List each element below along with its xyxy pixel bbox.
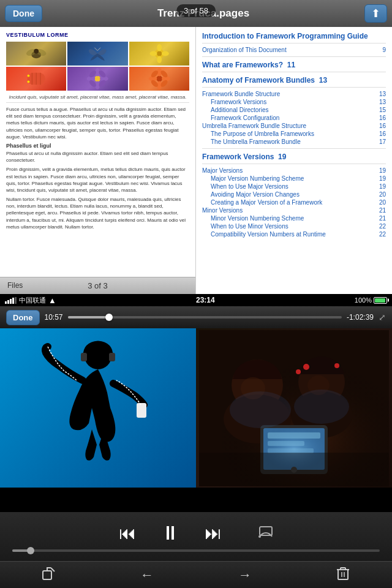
share-button[interactable]: ⬆ bbox=[364, 4, 387, 23]
time-display: 23:14 bbox=[196, 296, 215, 304]
signal-bars bbox=[5, 297, 17, 304]
svg-rect-65 bbox=[338, 570, 348, 579]
toc-item-framework-versions[interactable]: Framework Versions13 bbox=[202, 98, 386, 106]
toc-heading-1: Introduction to Framework Programming Gu… bbox=[202, 32, 386, 40]
toc-divider-2 bbox=[202, 56, 386, 57]
toc-item-major-versions[interactable]: Major Versions19 bbox=[202, 167, 386, 175]
delete-button[interactable] bbox=[326, 562, 360, 588]
doc-subheading: Phasellus et ligul bbox=[6, 143, 189, 149]
toc-divider-5 bbox=[202, 148, 386, 149]
status-bar: 中国联通 ▲ 23:14 100% bbox=[0, 294, 392, 306]
player-progress-thumb bbox=[27, 547, 34, 554]
svg-rect-39 bbox=[137, 403, 146, 418]
toc-item-organization[interactable]: Organization of This Document 9 bbox=[202, 46, 386, 54]
svg-point-58 bbox=[230, 391, 291, 428]
media-progress-bar[interactable] bbox=[68, 316, 342, 318]
toc-item-when-minor[interactable]: When to Use Minor Versions22 bbox=[202, 222, 386, 230]
svg-point-18 bbox=[95, 76, 101, 82]
svg-point-9 bbox=[157, 56, 162, 63]
toc-heading-4: Framework Versions 19 bbox=[202, 153, 386, 161]
toc-item-label: When to Use Minor Versions bbox=[211, 223, 288, 230]
battery-icon bbox=[374, 297, 387, 304]
svg-rect-38 bbox=[109, 353, 115, 361]
doc-body-4: Nullam tortor. Fusce malesuada. Quisque … bbox=[6, 196, 189, 230]
done-button[interactable]: Done bbox=[5, 5, 42, 22]
media-remaining-time: -1:02:39 bbox=[347, 313, 374, 322]
back-button[interactable]: ← bbox=[130, 562, 164, 588]
video-kids bbox=[196, 328, 392, 488]
svg-point-27 bbox=[156, 76, 162, 82]
toc-item-bundle-structure[interactable]: Framework Bundle Structure13 bbox=[202, 90, 386, 98]
toc-item-label: Compatibility Version Numbers at Runtime bbox=[211, 231, 326, 238]
battery-fill bbox=[375, 298, 385, 303]
doc-footer-bar: Files 3 of 3 bbox=[0, 277, 195, 294]
toc-item-creating-major[interactable]: Creating a Major Version of a Framework2… bbox=[202, 198, 386, 206]
svg-rect-63 bbox=[43, 571, 51, 579]
toc-item-minor-versions[interactable]: Minor Versions21 bbox=[202, 206, 386, 214]
share-nav-button[interactable] bbox=[32, 562, 66, 588]
image-butterfly bbox=[67, 42, 127, 66]
doc-caption: Incidunt quis, vulputate sit amet, place… bbox=[6, 94, 189, 103]
battery-area: 100% bbox=[355, 296, 387, 304]
toc-item-framework-config[interactable]: Framework Configuration16 bbox=[202, 114, 386, 122]
svg-point-7 bbox=[157, 51, 162, 56]
play-pause-button[interactable]: ⏸ bbox=[160, 522, 180, 545]
toc-divider-1 bbox=[202, 43, 386, 43]
player-controls: ⏮ ⏸ ⏭ bbox=[0, 512, 392, 561]
svg-rect-54 bbox=[268, 432, 320, 439]
image-caterpillar bbox=[6, 67, 66, 91]
player-progress-bar[interactable] bbox=[12, 549, 380, 552]
toc-item-avoiding-major[interactable]: Avoiding Major Version Changes20 bbox=[202, 190, 386, 198]
svg-point-47 bbox=[303, 364, 309, 370]
expand-icon[interactable]: ⤢ bbox=[379, 312, 386, 322]
toc-item-label: The Purpose of Umbrella Frameworks bbox=[211, 130, 314, 137]
toc-item-label: Framework Configuration bbox=[211, 115, 279, 121]
pages-nav-bar: Done Trenz Pruca.pages ⬆ 3 of 58 bbox=[0, 0, 392, 27]
toc-item-compat-runtime[interactable]: Compatibility Version Numbers at Runtime… bbox=[202, 230, 386, 238]
toc-item-page: 9 bbox=[382, 47, 386, 53]
svg-point-49 bbox=[334, 363, 339, 368]
svg-point-11 bbox=[162, 51, 169, 56]
video-content bbox=[196, 328, 392, 488]
svg-point-16 bbox=[28, 75, 30, 77]
signal-bar-3 bbox=[10, 299, 12, 304]
media-progress-thumb bbox=[105, 314, 113, 321]
svg-point-8 bbox=[157, 44, 162, 51]
bottom-nav-bar: ← → bbox=[0, 561, 392, 588]
next-button[interactable]: ⏭ bbox=[205, 523, 222, 543]
toc-item-additional-dirs[interactable]: Additional Directories15 bbox=[202, 106, 386, 114]
music-player-visual bbox=[0, 328, 196, 488]
previous-button[interactable]: ⏮ bbox=[119, 523, 136, 543]
svg-point-62 bbox=[258, 535, 261, 538]
toc-item-major-numbering[interactable]: Major Version Numbering Scheme19 bbox=[202, 175, 386, 183]
toc-item-umbrella-bundle-ref[interactable]: The Umbrella Framework Bundle17 bbox=[202, 138, 386, 146]
toc-item-purpose-umbrella[interactable]: The Purpose of Umbrella Frameworks16 bbox=[202, 130, 386, 138]
media-current-time: 10:57 bbox=[45, 313, 63, 322]
toc-item-when-major[interactable]: When to Use Major Versions19 bbox=[202, 183, 386, 190]
toc-item-label: Creating a Major Version of a Framework bbox=[211, 199, 322, 206]
media-done-button[interactable]: Done bbox=[6, 310, 40, 325]
svg-line-4 bbox=[95, 48, 98, 51]
toc-item-umbrella-bundle[interactable]: Umbrella Framework Bundle Structure16 bbox=[202, 122, 386, 130]
doc-images bbox=[6, 42, 189, 91]
forward-button[interactable]: → bbox=[228, 562, 262, 588]
toc-item-label: Minor Version Numbering Scheme bbox=[211, 215, 304, 222]
files-button[interactable]: Files bbox=[0, 277, 30, 294]
svg-point-17 bbox=[28, 80, 30, 83]
toc-item-label: The Umbrella Framework Bundle bbox=[211, 138, 301, 145]
media-progress-fill bbox=[68, 316, 109, 318]
toc-view: Introduction to Framework Programming Gu… bbox=[196, 27, 392, 294]
svg-point-10 bbox=[149, 51, 157, 56]
media-bar: Done 10:57 -1:02:39 ⤢ bbox=[0, 306, 392, 328]
pages-app: Done Trenz Pruca.pages ⬆ 3 of 58 VESTIBU… bbox=[0, 0, 392, 294]
kids-scene bbox=[199, 330, 389, 486]
toc-item-label: Framework Versions bbox=[211, 99, 266, 105]
toc-item-minor-numbering[interactable]: Minor Version Numbering Scheme21 bbox=[202, 214, 386, 222]
doc-body-1: Fusce cursus tellus a augue. Phasellus u… bbox=[6, 106, 189, 140]
doc-title: VESTIBULUM LORME bbox=[6, 32, 189, 38]
toc-item-label: Framework Bundle Structure bbox=[202, 91, 280, 97]
cast-button[interactable] bbox=[258, 526, 273, 541]
signal-bar-5 bbox=[15, 297, 17, 304]
svg-rect-60 bbox=[199, 453, 389, 486]
toc-item-label: Organization of This Document bbox=[202, 47, 287, 53]
